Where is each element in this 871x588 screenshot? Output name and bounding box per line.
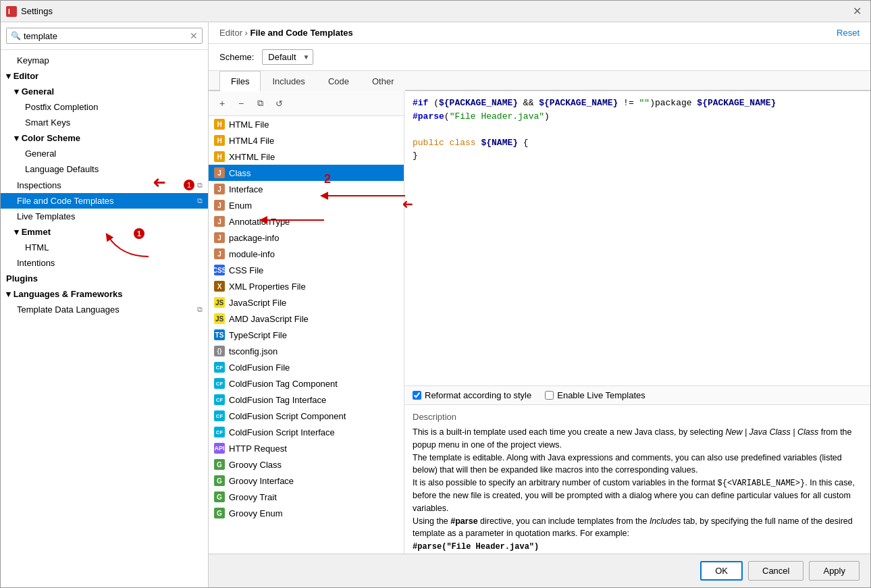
code-editor[interactable]: #if (${PACKAGE_NAME} && ${PACKAGE_NAME} …	[404, 91, 870, 386]
file-item-label: Enum	[229, 201, 252, 211]
sidebar-item-live-templates[interactable]: Live Templates	[1, 209, 208, 224]
collapse-icon: ▾	[14, 227, 22, 237]
list-item-groovy-class[interactable]: G Groovy Class	[209, 456, 404, 473]
sidebar-item-postfix[interactable]: Postfix Completion	[1, 99, 208, 115]
list-item-xml-props[interactable]: X XML Properties File	[209, 278, 404, 294]
sidebar-item-color-general[interactable]: General	[1, 146, 208, 161]
tab-code[interactable]: Code	[317, 71, 361, 91]
file-item-label: Groovy Enum	[229, 508, 282, 518]
sidebar-item-html[interactable]: HTML	[1, 240, 208, 255]
list-item-groovy-iface[interactable]: G Groovy Interface	[209, 473, 404, 489]
list-item-cf-file[interactable]: CF ColdFusion File	[209, 359, 404, 375]
ok-button[interactable]: OK	[700, 561, 743, 581]
class-file-icon: J	[214, 167, 225, 178]
groovy-trait-icon: G	[214, 491, 225, 502]
sidebar-item-lang-frameworks[interactable]: ▾ Languages & Frameworks	[1, 286, 208, 302]
file-item-label: HTTP Request	[229, 444, 287, 454]
sidebar-item-inspections[interactable]: Inspections 1 ⧉	[1, 177, 208, 193]
js-file-icon: JS	[214, 297, 225, 308]
groovy-enum-icon: G	[214, 508, 225, 518]
list-item-groovy-enum[interactable]: G Groovy Enum	[209, 505, 404, 521]
sidebar-item-editor[interactable]: ▾ Editor	[1, 68, 208, 84]
list-item-css[interactable]: CSS CSS File	[209, 262, 404, 278]
list-item-package-info[interactable]: J package-info	[209, 230, 404, 246]
list-item-tsconfig[interactable]: {} tsconfig.json	[209, 343, 404, 359]
sidebar-item-color-scheme[interactable]: ▾ Color Scheme	[1, 130, 208, 146]
collapse-icon: ▾	[14, 133, 22, 143]
file-item-label: TypeScript File	[229, 330, 287, 340]
search-clear-icon[interactable]: ✕	[190, 30, 198, 41]
sidebar-item-general[interactable]: ▾ General	[1, 84, 208, 99]
sidebar-item-emmet[interactable]: ▾ Emmet	[1, 224, 208, 240]
list-item-interface[interactable]: J Interface ➜	[209, 181, 404, 197]
list-item-cf-tag-iface[interactable]: CF ColdFusion Tag Interface	[209, 392, 404, 408]
list-item-groovy-trait[interactable]: G Groovy Trait	[209, 489, 404, 505]
copy-icon-templates: ⧉	[197, 196, 203, 205]
list-item-class[interactable]: J Class ➜	[209, 165, 404, 181]
search-input[interactable]	[24, 31, 190, 41]
tab-includes[interactable]: Includes	[261, 71, 316, 91]
scheme-select[interactable]: Default Project	[262, 49, 313, 65]
sidebar-item-smart-keys[interactable]: Smart Keys	[1, 115, 208, 130]
sidebar-item-keymap[interactable]: Keymap	[1, 53, 208, 68]
sidebar-item-template-data-lang[interactable]: Template Data Languages ⧉	[1, 302, 208, 317]
annotation-file-icon: J	[214, 216, 225, 227]
reformat-checkbox[interactable]	[413, 391, 421, 400]
file-item-label: ColdFusion Script Component	[229, 411, 346, 421]
cf-tag-iface-icon: CF	[214, 394, 225, 405]
file-item-label: CSS File	[229, 265, 263, 275]
scheme-label: Scheme:	[219, 52, 254, 62]
file-item-label: Groovy Trait	[229, 492, 277, 502]
list-item-cf-script-iface[interactable]: CF ColdFusion Script Interface	[209, 424, 404, 440]
live-templates-option: Enable Live Templates	[545, 390, 645, 400]
svg-text:I: I	[8, 8, 10, 16]
file-item-label: tsconfig.json	[229, 346, 278, 356]
options-bar: Reformat according to style Enable Live …	[404, 386, 870, 405]
list-item-html[interactable]: H HTML File	[209, 116, 404, 132]
amd-js-icon: JS	[214, 313, 225, 324]
collapse-icon: ▾	[6, 289, 14, 299]
list-item-html4[interactable]: H HTML4 File	[209, 132, 404, 149]
right-panel: Editor › File and Code Templates Reset S…	[209, 22, 870, 587]
tab-files[interactable]: Files	[219, 71, 261, 91]
code-line-2: #parse("File Header.java")	[413, 110, 862, 124]
list-item-ts[interactable]: TS TypeScript File	[209, 327, 404, 343]
cancel-button[interactable]: Cancel	[748, 561, 803, 581]
groovy-class-icon: G	[214, 459, 225, 470]
search-input-wrap: 🔍 ✕	[6, 28, 203, 44]
live-templates-checkbox[interactable]	[545, 391, 554, 400]
list-item-xhtml[interactable]: H XHTML File	[209, 149, 404, 165]
list-item-cf-script-comp[interactable]: CF ColdFusion Script Component	[209, 408, 404, 424]
search-box: 🔍 ✕	[1, 22, 208, 50]
list-item-js[interactable]: JS JavaScript File	[209, 294, 404, 311]
list-item-annotation[interactable]: J AnnotationType	[209, 213, 404, 230]
reset-button[interactable]: Reset	[837, 28, 860, 38]
reset-template-button[interactable]: ↺	[271, 95, 287, 111]
file-item-label: AMD JavaScript File	[229, 314, 309, 324]
description-title: Description	[413, 412, 862, 422]
enum-file-icon: J	[214, 200, 225, 211]
sidebar-item-file-code-templates[interactable]: File and Code Templates ⧉	[1, 193, 208, 209]
list-item-cf-tag-comp[interactable]: CF ColdFusion Tag Component	[209, 375, 404, 392]
copy-template-button[interactable]: ⧉	[252, 95, 268, 111]
apply-button[interactable]: Apply	[809, 561, 860, 581]
list-item-http-req[interactable]: API HTTP Request	[209, 440, 404, 456]
package-info-icon: J	[214, 232, 225, 243]
close-button[interactable]: ✕	[849, 3, 865, 20]
sidebar-item-plugins[interactable]: Plugins	[1, 271, 208, 286]
list-item-amd-js[interactable]: JS AMD JavaScript File	[209, 311, 404, 327]
main-content: + − ⧉ ↺ H HTML File H HTML4 File	[209, 91, 870, 554]
tab-other[interactable]: Other	[361, 71, 406, 91]
sidebar-item-lang-defaults[interactable]: Language Defaults	[1, 161, 208, 177]
list-item-module-info[interactable]: J module-info	[209, 246, 404, 262]
inspections-badge: 1	[184, 180, 194, 190]
list-item-enum[interactable]: J Enum	[209, 197, 404, 213]
cf-script-iface-icon: CF	[214, 427, 225, 437]
window-title: Settings	[21, 6, 849, 16]
content-area: 🔍 ✕ Keymap ▾ Editor ▾ General Postfix Co…	[1, 22, 870, 587]
remove-button[interactable]: −	[233, 95, 249, 111]
sidebar-item-intentions[interactable]: Intentions	[1, 255, 208, 271]
copy-icon-tdl: ⧉	[197, 305, 203, 314]
cf-tag-comp-icon: CF	[214, 378, 225, 389]
add-button[interactable]: +	[214, 95, 230, 111]
